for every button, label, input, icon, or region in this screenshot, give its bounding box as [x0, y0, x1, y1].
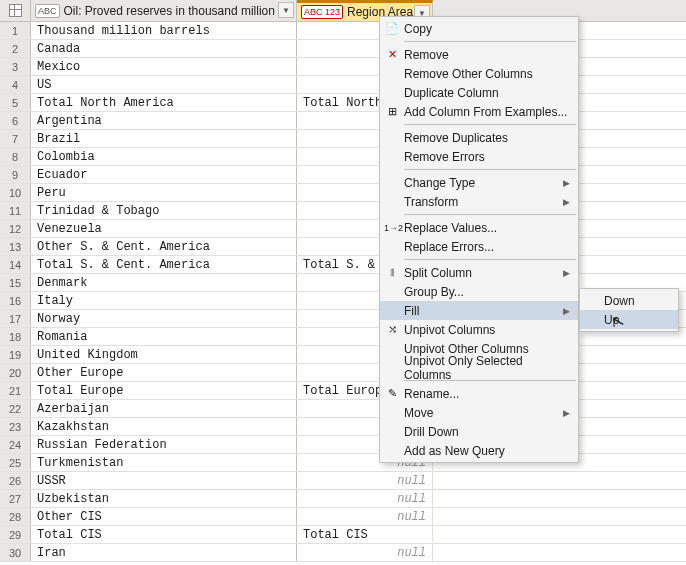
- row-number[interactable]: 1: [0, 22, 31, 39]
- table-row[interactable]: 19United Kingdom: [0, 346, 686, 364]
- table-row[interactable]: 21Total EuropeTotal Europe: [0, 382, 686, 400]
- menu-remove-errors[interactable]: Remove Errors: [380, 147, 578, 166]
- cell-col1[interactable]: Uzbekistan: [31, 490, 297, 507]
- row-number[interactable]: 11: [0, 202, 31, 219]
- submenu-fill-down[interactable]: Down: [580, 291, 678, 310]
- cell-col1[interactable]: Venezuela: [31, 220, 297, 237]
- cell-col1[interactable]: Ecuador: [31, 166, 297, 183]
- row-number[interactable]: 20: [0, 364, 31, 381]
- menu-remove[interactable]: ✕Remove: [380, 45, 578, 64]
- cell-col1[interactable]: Azerbaijan: [31, 400, 297, 417]
- row-number[interactable]: 15: [0, 274, 31, 291]
- row-number[interactable]: 18: [0, 328, 31, 345]
- menu-change-type[interactable]: Change Type▶: [380, 173, 578, 192]
- menu-split-column[interactable]: ⫴Split Column▶: [380, 263, 578, 282]
- row-number[interactable]: 13: [0, 238, 31, 255]
- table-row[interactable]: 2Canada: [0, 40, 686, 58]
- cell-col2[interactable]: null: [297, 490, 433, 507]
- cell-col1[interactable]: US: [31, 76, 297, 93]
- table-corner[interactable]: [0, 0, 31, 21]
- row-number[interactable]: 9: [0, 166, 31, 183]
- table-row[interactable]: 10Peru: [0, 184, 686, 202]
- row-number[interactable]: 24: [0, 436, 31, 453]
- row-number[interactable]: 12: [0, 220, 31, 237]
- filter-dropdown-icon[interactable]: ▼: [278, 2, 294, 18]
- cell-col1[interactable]: Total S. & Cent. America: [31, 256, 297, 273]
- row-number[interactable]: 29: [0, 526, 31, 543]
- menu-drill-down[interactable]: Drill Down: [380, 422, 578, 441]
- row-number[interactable]: 19: [0, 346, 31, 363]
- menu-rename[interactable]: ✎Rename...: [380, 384, 578, 403]
- cell-col1[interactable]: Iran: [31, 544, 297, 561]
- cell-col1[interactable]: Mexico: [31, 58, 297, 75]
- table-row[interactable]: 14Total S. & Cent. AmericaTotal S. & C: [0, 256, 686, 274]
- menu-replace-values[interactable]: 1→2Replace Values...: [380, 218, 578, 237]
- table-row[interactable]: 24Russian Federation: [0, 436, 686, 454]
- cell-col1[interactable]: Turkmenistan: [31, 454, 297, 471]
- menu-group-by[interactable]: Group By...: [380, 282, 578, 301]
- row-number[interactable]: 27: [0, 490, 31, 507]
- table-row[interactable]: 13Other S. & Cent. America: [0, 238, 686, 256]
- cell-col1[interactable]: Other Europe: [31, 364, 297, 381]
- row-number[interactable]: 23: [0, 418, 31, 435]
- cell-col1[interactable]: Colombia: [31, 148, 297, 165]
- menu-duplicate-column[interactable]: Duplicate Column: [380, 83, 578, 102]
- row-number[interactable]: 21: [0, 382, 31, 399]
- row-number[interactable]: 7: [0, 130, 31, 147]
- table-row[interactable]: 6Argentina: [0, 112, 686, 130]
- row-number[interactable]: 14: [0, 256, 31, 273]
- cell-col1[interactable]: Russian Federation: [31, 436, 297, 453]
- row-number[interactable]: 28: [0, 508, 31, 525]
- cell-col1[interactable]: Brazil: [31, 130, 297, 147]
- cell-col2[interactable]: Total CIS: [297, 526, 433, 543]
- menu-copy[interactable]: 📄Copy: [380, 19, 578, 38]
- cell-col1[interactable]: USSR: [31, 472, 297, 489]
- row-number[interactable]: 30: [0, 544, 31, 561]
- row-number[interactable]: 17: [0, 310, 31, 327]
- cell-col1[interactable]: United Kingdom: [31, 346, 297, 363]
- row-number[interactable]: 8: [0, 148, 31, 165]
- table-row[interactable]: 29Total CISTotal CIS: [0, 526, 686, 544]
- table-row[interactable]: 25Turkmenistannull: [0, 454, 686, 472]
- row-number[interactable]: 3: [0, 58, 31, 75]
- cell-col2[interactable]: null: [297, 472, 433, 489]
- row-number[interactable]: 16: [0, 292, 31, 309]
- cell-col1[interactable]: Norway: [31, 310, 297, 327]
- table-row[interactable]: 26USSRnull: [0, 472, 686, 490]
- type-any-icon[interactable]: ABC 123: [301, 5, 343, 19]
- table-row[interactable]: 20Other Europe: [0, 364, 686, 382]
- cell-col1[interactable]: Thousand million barrels: [31, 22, 297, 39]
- cell-col1[interactable]: Denmark: [31, 274, 297, 291]
- table-row[interactable]: 22Azerbaijan: [0, 400, 686, 418]
- menu-transform[interactable]: Transform▶: [380, 192, 578, 211]
- table-row[interactable]: 4US: [0, 76, 686, 94]
- menu-replace-errors[interactable]: Replace Errors...: [380, 237, 578, 256]
- menu-move[interactable]: Move▶: [380, 403, 578, 422]
- row-number[interactable]: 22: [0, 400, 31, 417]
- cell-col2[interactable]: null: [297, 508, 433, 525]
- table-row[interactable]: 8Colombia: [0, 148, 686, 166]
- table-row[interactable]: 5Total North AmericaTotal North: [0, 94, 686, 112]
- submenu-fill-up[interactable]: Up: [580, 310, 678, 329]
- cell-col1[interactable]: Total CIS: [31, 526, 297, 543]
- table-row[interactable]: 28Other CISnull: [0, 508, 686, 526]
- cell-col1[interactable]: Argentina: [31, 112, 297, 129]
- row-number[interactable]: 10: [0, 184, 31, 201]
- cell-col1[interactable]: Other S. & Cent. America: [31, 238, 297, 255]
- cell-col2[interactable]: null: [297, 544, 433, 561]
- cell-col1[interactable]: Peru: [31, 184, 297, 201]
- cell-col1[interactable]: Total Europe: [31, 382, 297, 399]
- menu-unpivot-columns[interactable]: ⤭Unpivot Columns: [380, 320, 578, 339]
- cell-col1[interactable]: Total North America: [31, 94, 297, 111]
- cell-col1[interactable]: Kazakhstan: [31, 418, 297, 435]
- table-row[interactable]: 7Brazil: [0, 130, 686, 148]
- table-row[interactable]: 1Thousand million barrels: [0, 22, 686, 40]
- cell-col1[interactable]: Italy: [31, 292, 297, 309]
- menu-add-column-from-examples[interactable]: ⊞Add Column From Examples...: [380, 102, 578, 121]
- table-row[interactable]: 12Venezuela: [0, 220, 686, 238]
- cell-col1[interactable]: Romania: [31, 328, 297, 345]
- menu-unpivot-selected-columns[interactable]: Unpivot Only Selected Columns: [380, 358, 578, 377]
- row-number[interactable]: 4: [0, 76, 31, 93]
- row-number[interactable]: 2: [0, 40, 31, 57]
- row-number[interactable]: 5: [0, 94, 31, 111]
